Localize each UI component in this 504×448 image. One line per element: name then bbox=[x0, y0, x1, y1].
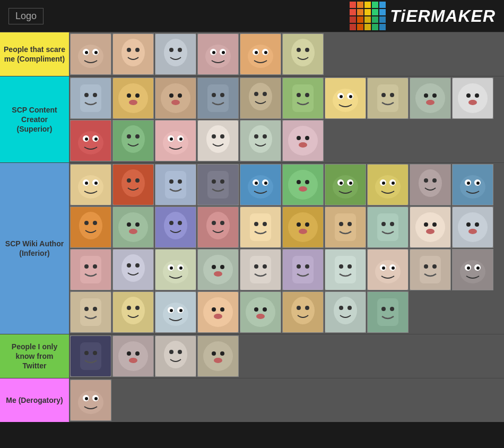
character-c14 bbox=[198, 120, 238, 161]
svg-point-106 bbox=[78, 175, 103, 199]
character-b23 bbox=[155, 249, 196, 290]
svg-point-112 bbox=[121, 169, 145, 197]
svg-point-215 bbox=[203, 255, 233, 285]
svg-point-49 bbox=[249, 83, 272, 110]
svg-point-32 bbox=[84, 93, 89, 97]
tier-item-c8 bbox=[367, 77, 409, 119]
svg-point-46 bbox=[212, 93, 216, 97]
tier-item-g3 bbox=[155, 335, 196, 377]
tier-item-b13 bbox=[155, 206, 196, 248]
svg-point-104 bbox=[299, 142, 307, 148]
character-b15 bbox=[240, 207, 281, 247]
svg-point-139 bbox=[349, 182, 352, 185]
svg-point-145 bbox=[392, 182, 395, 185]
character-b12 bbox=[113, 207, 153, 247]
svg-point-270 bbox=[256, 314, 265, 319]
tier-item-b23 bbox=[155, 249, 196, 290]
character-b28 bbox=[368, 249, 408, 290]
svg-point-305 bbox=[85, 397, 88, 400]
svg-point-302 bbox=[78, 391, 103, 414]
svg-point-263 bbox=[212, 307, 216, 312]
character-c6 bbox=[283, 78, 323, 118]
svg-point-306 bbox=[94, 397, 98, 400]
svg-point-110 bbox=[94, 182, 98, 185]
svg-point-264 bbox=[220, 307, 224, 312]
character-y5 bbox=[240, 34, 281, 74]
svg-point-199 bbox=[468, 229, 477, 234]
svg-point-72 bbox=[458, 83, 488, 113]
character-y6 bbox=[283, 34, 323, 74]
svg-point-157 bbox=[79, 212, 102, 239]
character-c4 bbox=[198, 78, 238, 118]
svg-point-212 bbox=[170, 266, 173, 270]
character-b33 bbox=[155, 292, 196, 332]
character-b2 bbox=[113, 165, 153, 205]
svg-point-253 bbox=[127, 306, 131, 310]
svg-rect-183 bbox=[335, 213, 356, 241]
character-b18 bbox=[368, 207, 408, 247]
svg-point-168 bbox=[178, 221, 182, 225]
svg-point-65 bbox=[390, 93, 394, 97]
tier-item-b25 bbox=[240, 249, 281, 290]
svg-point-232 bbox=[375, 260, 401, 283]
svg-point-229 bbox=[339, 264, 343, 269]
tier-item-b26 bbox=[282, 249, 324, 290]
tier-item-b6 bbox=[282, 164, 324, 205]
svg-point-240 bbox=[432, 264, 437, 269]
svg-point-144 bbox=[382, 182, 385, 185]
svg-point-178 bbox=[288, 212, 318, 242]
character-g4 bbox=[198, 336, 238, 376]
tier-label-yellow: People that scare me (Compliment) bbox=[0, 32, 69, 76]
svg-point-61 bbox=[349, 95, 352, 98]
tier-item-b4 bbox=[197, 164, 239, 205]
tier-item-b31 bbox=[70, 291, 111, 333]
character-b31 bbox=[71, 292, 111, 332]
svg-point-163 bbox=[135, 222, 140, 227]
svg-point-267 bbox=[246, 297, 275, 327]
tier-items-green bbox=[69, 334, 504, 378]
svg-point-73 bbox=[466, 93, 471, 98]
svg-point-297 bbox=[203, 341, 233, 371]
tier-item-b15 bbox=[240, 206, 281, 248]
svg-rect-284 bbox=[80, 342, 101, 370]
tier-item-y3 bbox=[155, 33, 196, 75]
tier-item-b35 bbox=[240, 291, 281, 333]
svg-point-282 bbox=[390, 307, 394, 311]
tier-items-pink bbox=[69, 378, 504, 422]
svg-point-184 bbox=[339, 222, 343, 226]
svg-point-221 bbox=[254, 264, 258, 269]
character-y1 bbox=[71, 34, 111, 74]
tier-item-c5 bbox=[240, 77, 281, 119]
tier-item-b22 bbox=[112, 249, 154, 290]
tier-item-y5 bbox=[240, 33, 281, 75]
character-y2 bbox=[113, 34, 153, 74]
svg-point-161 bbox=[118, 212, 148, 242]
svg-point-24 bbox=[255, 51, 258, 54]
character-b32 bbox=[113, 292, 153, 332]
tier-item-g4 bbox=[197, 335, 239, 377]
svg-point-33 bbox=[93, 93, 97, 97]
svg-point-113 bbox=[127, 178, 131, 183]
character-c2 bbox=[113, 78, 153, 118]
tier-item-c12 bbox=[112, 120, 154, 161]
tier-item-b36 bbox=[282, 291, 324, 333]
svg-point-149 bbox=[432, 178, 437, 183]
character-c12 bbox=[113, 120, 153, 161]
character-b8 bbox=[368, 165, 408, 205]
tier-item-b12 bbox=[112, 206, 154, 248]
character-g3 bbox=[155, 336, 196, 376]
tier-item-b29 bbox=[410, 249, 451, 290]
svg-point-236 bbox=[392, 266, 395, 270]
svg-point-7 bbox=[121, 39, 145, 66]
character-b3 bbox=[155, 165, 196, 205]
svg-point-260 bbox=[179, 309, 183, 312]
tier-label-blue: SCP Wiki Author (Inferior) bbox=[0, 163, 69, 334]
svg-point-131 bbox=[297, 180, 301, 184]
svg-point-43 bbox=[171, 100, 180, 105]
character-c9 bbox=[410, 78, 450, 118]
svg-point-294 bbox=[169, 350, 173, 354]
svg-point-298 bbox=[212, 351, 216, 356]
svg-point-274 bbox=[305, 306, 309, 310]
svg-point-51 bbox=[263, 92, 267, 96]
svg-point-293 bbox=[164, 341, 187, 368]
